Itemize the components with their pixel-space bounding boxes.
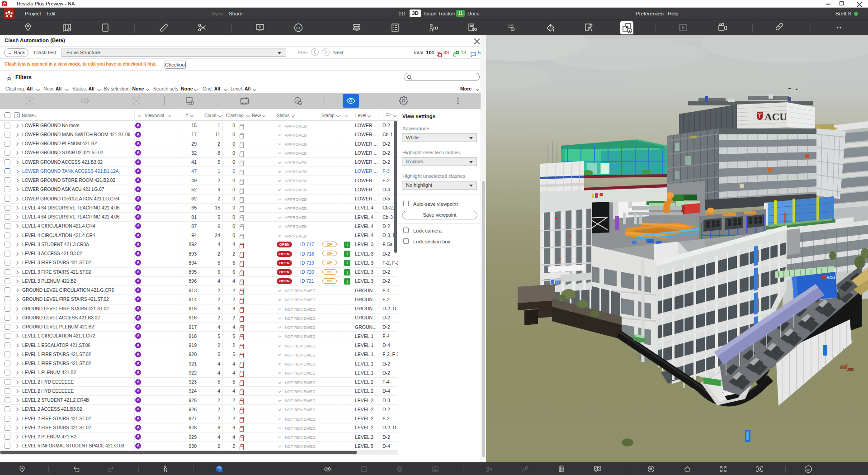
svg-text:ACU: ACU — [764, 111, 787, 123]
svg-text:ST: ST — [296, 26, 301, 30]
svg-text:ACU: ACU — [826, 276, 835, 280]
svg-text:A: A — [628, 29, 631, 33]
